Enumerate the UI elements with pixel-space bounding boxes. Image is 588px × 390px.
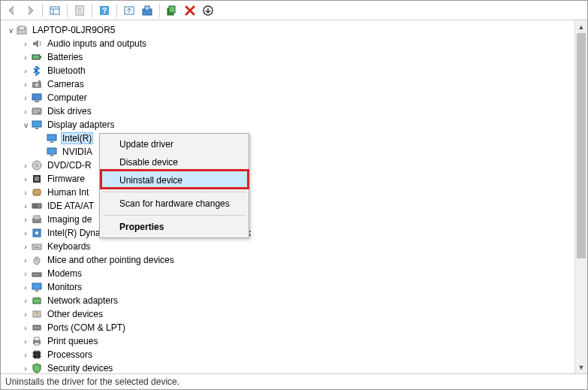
tree-device[interactable]: Intel(R) (4, 132, 574, 145)
back-button[interactable] (4, 2, 20, 19)
device-label: NVIDIA (61, 146, 94, 158)
scroll-up-arrow[interactable]: ▲ (575, 20, 587, 33)
tree-category[interactable]: ∨Display adapters (4, 118, 574, 132)
twisty-collapsed[interactable]: › (20, 79, 31, 89)
tree-category[interactable]: ›Disk drives (4, 104, 574, 118)
imaging-icon (31, 213, 43, 225)
twisty-collapsed[interactable]: › (20, 228, 31, 238)
tree-category[interactable]: ›Mice and other pointing devices (4, 253, 574, 267)
tree-category[interactable]: ›Monitors (4, 280, 574, 294)
twisty-collapsed[interactable]: › (20, 160, 31, 171)
menu-item[interactable]: Update driver (101, 135, 247, 153)
svg-rect-49 (35, 247, 39, 248)
twisty-collapsed[interactable]: › (20, 201, 31, 211)
twisty-collapsed[interactable]: › (20, 336, 31, 346)
twisty-collapsed[interactable]: › (20, 255, 31, 265)
dvd-icon (31, 159, 43, 171)
twisty-collapsed[interactable]: › (20, 268, 31, 279)
tree-category[interactable]: ›Security devices (4, 361, 574, 373)
category-label: Human Int (46, 186, 90, 198)
svg-rect-0 (50, 7, 59, 14)
remove-button[interactable] (182, 2, 198, 19)
svg-rect-21 (38, 80, 41, 82)
mouse-icon (31, 254, 43, 266)
twisty-collapsed[interactable]: › (20, 363, 31, 373)
svg-rect-16 (19, 26, 25, 30)
audio-icon (31, 38, 43, 50)
tree-category[interactable]: ›Imaging de (4, 213, 574, 226)
vertical-scrollbar[interactable]: ▲ ▼ (574, 20, 587, 373)
forward-button[interactable] (22, 2, 38, 19)
update-driver-button[interactable] (121, 2, 137, 19)
computer-icon (16, 24, 28, 36)
twisty-collapsed[interactable]: › (20, 92, 31, 103)
category-label: Other devices (46, 308, 104, 320)
tree-category[interactable]: ›Intel(R) Dynamic Platform and Thermal F… (4, 226, 574, 240)
category-label: Ports (COM & LPT) (46, 322, 127, 334)
tree-category[interactable]: ›DVD/CD-R (4, 159, 574, 172)
properties-button[interactable] (71, 2, 88, 19)
tree-category[interactable]: ›Bluetooth (4, 64, 574, 77)
category-label: Audio inputs and outputs (46, 38, 148, 50)
tree-root[interactable]: ∨LAPTOP-0LJR9OR5 (4, 23, 574, 37)
tree-category[interactable]: ›Human Int (4, 186, 574, 199)
svg-rect-31 (50, 155, 53, 156)
svg-rect-67 (35, 343, 39, 345)
svg-point-63 (35, 327, 36, 328)
tree-category[interactable]: ›Audio inputs and outputs (4, 37, 574, 50)
twisty-collapsed[interactable]: › (20, 322, 31, 333)
twisty-expanded[interactable]: ∨ (5, 25, 16, 35)
separator (116, 4, 117, 17)
menu-item[interactable]: Uninstall device (101, 171, 247, 189)
twisty-collapsed[interactable]: › (20, 106, 31, 116)
twisty-collapsed[interactable]: › (20, 65, 31, 76)
twisty-collapsed[interactable]: › (20, 282, 31, 292)
tree-category[interactable]: ›Batteries (4, 50, 574, 64)
menu-item[interactable]: Disable device (101, 153, 247, 171)
separator (159, 4, 160, 17)
scan-hardware-button[interactable] (139, 2, 155, 19)
show-hidden-button[interactable] (47, 2, 63, 19)
tree-category[interactable]: ›Processors (4, 348, 574, 361)
help-button[interactable]: ? (96, 2, 113, 19)
tree-category[interactable]: ›Computer (4, 91, 574, 104)
printer-icon (31, 335, 43, 347)
twisty-collapsed[interactable]: › (20, 241, 31, 252)
tree-category[interactable]: ›?Other devices (4, 307, 574, 321)
tree-category[interactable]: ›Firmware (4, 172, 574, 186)
menu-item[interactable]: Properties (101, 218, 247, 236)
svg-rect-27 (35, 128, 38, 129)
twisty-collapsed[interactable]: › (20, 38, 31, 49)
display-icon (31, 119, 43, 131)
scroll-down-arrow[interactable]: ▼ (575, 361, 587, 373)
scroll-thumb[interactable] (577, 33, 586, 258)
twisty-collapsed[interactable]: › (20, 52, 31, 62)
twisty-collapsed[interactable]: › (20, 214, 31, 225)
device-tree[interactable]: ∨LAPTOP-0LJR9OR5›Audio inputs and output… (1, 20, 574, 373)
tree-category[interactable]: ›Modems (4, 267, 574, 280)
svg-text:?: ? (102, 6, 107, 15)
tree-category[interactable]: ›Cameras (4, 77, 574, 91)
svg-rect-23 (35, 101, 39, 102)
tree-category[interactable]: ›Ports (COM & LPT) (4, 321, 574, 334)
category-label: Imaging de (46, 213, 93, 225)
computer-icon (31, 92, 43, 104)
twisty-collapsed[interactable]: › (20, 349, 31, 360)
uninstall-button[interactable] (200, 2, 216, 19)
twisty-collapsed[interactable]: › (20, 174, 31, 184)
twisty-expanded[interactable]: ∨ (20, 119, 31, 130)
tree-category[interactable]: ›Print queues (4, 334, 574, 348)
twisty-collapsed[interactable]: › (20, 295, 31, 306)
twisty-collapsed[interactable]: › (20, 187, 31, 198)
tree-category[interactable]: ›Network adapters (4, 294, 574, 307)
display-icon (46, 146, 58, 158)
svg-rect-35 (35, 177, 39, 181)
twisty-collapsed[interactable]: › (20, 309, 31, 319)
category-label: Display adapters (46, 119, 116, 131)
tree-category[interactable]: ›Keyboards (4, 240, 574, 253)
tree-category[interactable]: ›IDE ATA/AT (4, 199, 574, 213)
category-label: Batteries (46, 51, 84, 63)
tree-device[interactable]: NVIDIA (4, 145, 574, 159)
add-legacy-button[interactable] (164, 2, 180, 19)
menu-item[interactable]: Scan for hardware changes (101, 195, 247, 213)
